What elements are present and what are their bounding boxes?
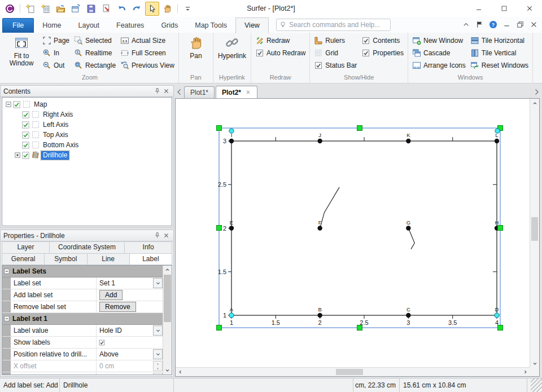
tab-features[interactable]: Features [108, 18, 152, 33]
document-tab-plot1[interactable]: Plot1* [184, 86, 215, 98]
tab-file[interactable]: File [2, 18, 34, 33]
save-button[interactable] [84, 2, 98, 16]
pan-button[interactable]: Pan [181, 33, 211, 60]
export-button[interactable] [99, 2, 113, 16]
new-plot-button[interactable] [23, 2, 37, 16]
scrollbar-thumb[interactable] [336, 369, 363, 375]
checkbox-checked-icon[interactable] [22, 121, 32, 129]
plot-canvas[interactable]: 11.522.533.5411.522.53ABCDEFGHIJKL [176, 99, 530, 368]
redo-button[interactable] [130, 2, 144, 16]
tile-horizontal-button[interactable]: Tile Horizontal [468, 34, 531, 47]
rulers-button[interactable]: Rulers [312, 34, 359, 47]
scroll-up-icon[interactable] [163, 266, 172, 274]
scrollbar-thumb[interactable] [164, 275, 171, 322]
actual-size-button[interactable]: 1:1Actual Size [118, 34, 177, 47]
label-value-dropdown[interactable]: Hole ID [98, 325, 163, 336]
open-button[interactable] [54, 2, 68, 16]
remove-button[interactable]: Remove [99, 302, 136, 312]
properties-checkbox[interactable]: Properties [359, 47, 406, 59]
previous-view-button[interactable]: Previous View [118, 59, 177, 72]
full-screen-button[interactable]: Full Screen [118, 47, 177, 59]
vertical-scrollbar[interactable] [530, 99, 539, 368]
grid-button[interactable]: Grid [312, 47, 359, 59]
properties-tab-line[interactable]: Line [88, 254, 130, 265]
scroll-left-icon[interactable] [176, 368, 185, 376]
add-button[interactable]: Add [99, 290, 123, 300]
properties-tab-coordinate-system[interactable]: Coordinate System [50, 242, 125, 253]
contents-checkbox[interactable]: Contents [359, 34, 406, 47]
spin-up-icon[interactable] [154, 373, 162, 375]
close-button[interactable] [517, 0, 542, 17]
arrange-icons-button[interactable]: Arrange Icons [410, 59, 468, 72]
properties-scrollbar[interactable] [163, 266, 172, 375]
document-tab-plot2[interactable]: Plot2* [216, 86, 257, 98]
properties-tab-layer[interactable]: Layer [2, 242, 50, 253]
checkbox-checked-icon[interactable] [22, 152, 32, 159]
document-close-button[interactable] [528, 19, 539, 30]
tab-scroll-left-button[interactable] [175, 87, 184, 97]
in-button[interactable]: In [40, 47, 72, 59]
cascade-button[interactable]: Cascade [410, 47, 468, 59]
help-button[interactable]: ? [488, 19, 499, 30]
redraw-button[interactable]: Redraw [253, 34, 308, 47]
maximize-button[interactable] [491, 0, 517, 17]
select-tool-button[interactable] [145, 2, 159, 16]
document-minimize-button[interactable] [501, 19, 512, 30]
section-header-label-set-1[interactable]: Label set 1 [2, 313, 163, 325]
page-button[interactable]: Page [40, 34, 72, 47]
position-relative-to-drill-dropdown[interactable]: Above [98, 349, 163, 359]
app-logo[interactable] [3, 2, 17, 16]
plus-box-icon[interactable] [15, 152, 22, 158]
tree-item-drillhole[interactable]: Drillhole [2, 150, 172, 160]
checkbox-checked-icon[interactable] [22, 131, 32, 139]
stepper-control[interactable] [153, 361, 163, 371]
scroll-right-icon[interactable] [521, 368, 530, 376]
properties-tab-general[interactable]: General [2, 254, 45, 265]
chevron-down-icon[interactable] [153, 349, 163, 359]
properties-tab-label[interactable]: Label [130, 254, 172, 265]
tree-item-left-axis[interactable]: Left Axis [2, 120, 172, 130]
import-button[interactable] [69, 2, 83, 16]
tab-grids[interactable]: Grids [152, 18, 186, 33]
tab-scroll-right-button[interactable] [532, 87, 541, 97]
selected-button[interactable]: Selected [72, 34, 118, 47]
collapse-section-icon[interactable] [4, 268, 10, 274]
scroll-up-icon[interactable] [530, 99, 539, 108]
pin-icon[interactable] [152, 231, 161, 240]
checkbox-checked-icon[interactable] [22, 142, 32, 149]
toolbar-overflow-button[interactable] [181, 2, 195, 16]
tree-item-bottom-axis[interactable]: Bottom Axis [2, 140, 172, 150]
document-restore-button[interactable] [515, 19, 526, 30]
tree-item-top-axis[interactable]: Top Axis [2, 130, 172, 140]
tab-view[interactable]: View [235, 17, 269, 33]
checkbox-checked-icon[interactable] [22, 111, 32, 118]
close-icon[interactable] [161, 87, 171, 96]
spin-down-icon[interactable] [154, 366, 162, 371]
close-tab-icon[interactable] [245, 89, 251, 95]
horizontal-scrollbar[interactable] [176, 367, 530, 376]
reset-windows-button[interactable]: Reset Windows [468, 59, 531, 72]
tab-home[interactable]: Home [34, 18, 69, 33]
properties-tab-symbol[interactable]: Symbol [45, 254, 87, 265]
scroll-down-icon[interactable] [530, 359, 539, 368]
tab-map-tools[interactable]: Map Tools [186, 18, 235, 33]
new-window-button[interactable]: New Window [410, 34, 468, 47]
tree-item-map[interactable]: Map [2, 99, 172, 109]
close-icon[interactable] [161, 231, 171, 240]
undo-button[interactable] [115, 2, 129, 16]
tab-layout[interactable]: Layout [70, 18, 108, 33]
scroll-down-icon[interactable] [163, 366, 172, 375]
spin-up-icon[interactable] [154, 362, 162, 366]
hyperlink-button[interactable]: Hyperlink [215, 33, 249, 60]
drillhole-map[interactable]: 11.522.533.5411.522.53ABCDEFGHIJKL [176, 99, 530, 368]
auto-redraw-checkbox[interactable]: Auto Redraw [253, 47, 308, 59]
pan-tool-button[interactable] [160, 2, 174, 16]
tile-vertical-button[interactable]: Tile Vertical [468, 47, 531, 59]
label-set-dropdown[interactable]: Set 1 [98, 278, 163, 288]
fit-to-window-button[interactable]: Fit to Window [3, 33, 40, 67]
new-worksheet-button[interactable] [38, 2, 53, 16]
collapse-section-icon[interactable] [4, 316, 10, 321]
out-button[interactable]: Out [40, 59, 72, 72]
properties-tab-info[interactable]: Info [125, 242, 172, 253]
chevron-down-icon[interactable] [153, 278, 163, 288]
